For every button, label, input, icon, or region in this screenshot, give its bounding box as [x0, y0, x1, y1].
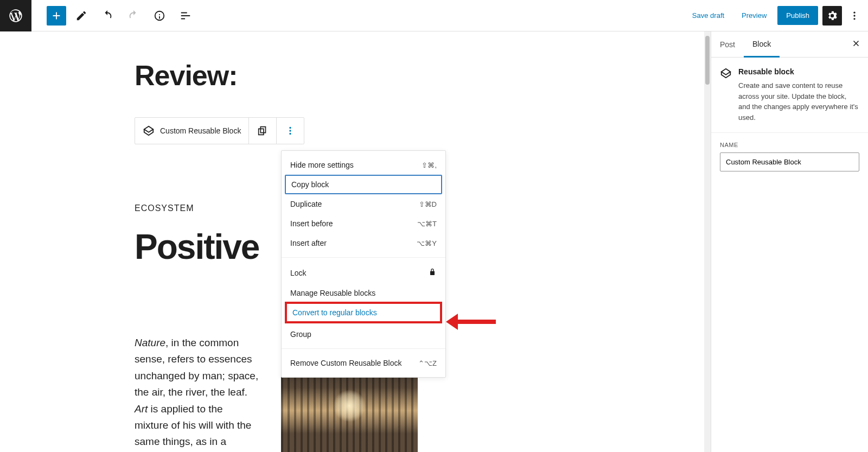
- undo-button[interactable]: [97, 6, 118, 26]
- info-icon: [154, 10, 165, 22]
- undo-icon: [101, 10, 113, 22]
- sidebar-block-description: Create and save content to reuse across …: [738, 80, 859, 123]
- post-title-peek: Review:: [135, 61, 704, 90]
- lock-icon: [428, 268, 437, 278]
- arrow-head-icon: [446, 314, 458, 330]
- menu-label: Manage Reusable blocks: [290, 289, 375, 297]
- more-options-button[interactable]: [846, 6, 863, 26]
- close-icon: [851, 39, 861, 48]
- menu-label: Remove Custom Reusable Block: [290, 359, 401, 367]
- menu-label: Insert after: [290, 239, 327, 247]
- menu-copy-block[interactable]: Copy block: [285, 175, 442, 194]
- svg-point-3: [290, 127, 291, 129]
- block-toolbar-label: Custom Reusable Block: [160, 126, 241, 135]
- menu-shortcut: ⌥⌘Y: [417, 239, 437, 247]
- menu-shortcut: ⇧⌘D: [419, 200, 437, 208]
- edit-tool-button[interactable]: [71, 6, 92, 26]
- menu-insert-after[interactable]: Insert after ⌥⌘Y: [282, 233, 445, 253]
- menu-convert-regular[interactable]: Convert to regular blocks: [285, 302, 442, 323]
- sidebar-block-info: Reusable block Create and save content t…: [711, 58, 868, 133]
- sidebar-block-title: Reusable block: [738, 67, 859, 76]
- main-layout: Review: ECOSYSTEM Positive Nature, in th…: [0, 31, 868, 452]
- tab-post[interactable]: Post: [711, 31, 744, 57]
- block-toolbar: Custom Reusable Block: [135, 117, 304, 144]
- svg-point-0: [853, 11, 855, 13]
- editor-canvas: Review: ECOSYSTEM Positive Nature, in th…: [0, 31, 711, 452]
- editor-topbar: Save draft Preview Publish: [0, 0, 868, 31]
- arrow-shaft: [457, 320, 496, 324]
- copy-icon: [257, 125, 269, 137]
- menu-shortcut: ⌥⌘T: [417, 220, 437, 228]
- reusable-block-icon: [720, 67, 732, 79]
- menu-label: Hide more settings: [290, 161, 354, 169]
- menu-duplicate[interactable]: Duplicate ⇧⌘D: [282, 194, 445, 214]
- menu-section-1: Hide more settings ⇧⌘, Copy block Duplic…: [282, 151, 445, 258]
- menu-group[interactable]: Group: [282, 324, 445, 344]
- menu-label: Duplicate: [290, 200, 322, 208]
- scrollbar-thumb[interactable]: [705, 36, 710, 85]
- menu-section-2: Lock Manage Reusable blocks Convert to r…: [282, 258, 445, 349]
- add-block-button[interactable]: [47, 6, 66, 26]
- details-button[interactable]: [149, 6, 170, 26]
- menu-shortcut: ⇧⌘,: [422, 161, 437, 169]
- menu-label: Copy block: [291, 180, 329, 189]
- block-copy-segment[interactable]: [249, 118, 277, 144]
- kebab-icon: [849, 10, 860, 21]
- svg-point-5: [290, 133, 291, 135]
- svg-point-2: [853, 18, 855, 20]
- menu-remove-block[interactable]: Remove Custom Reusable Block ⌃⌥Z: [282, 353, 445, 373]
- editor-scrollbar[interactable]: [704, 31, 711, 452]
- topbar-left: [0, 0, 196, 31]
- kebab-icon: [284, 125, 296, 137]
- sidebar-tabs: Post Block: [711, 31, 868, 58]
- wordpress-icon: [8, 8, 23, 23]
- menu-label: Group: [290, 330, 311, 339]
- menu-section-3: Remove Custom Reusable Block ⌃⌥Z: [282, 349, 445, 377]
- redo-icon: [127, 10, 139, 22]
- block-options-menu: Hide more settings ⇧⌘, Copy block Duplic…: [281, 150, 446, 378]
- settings-button[interactable]: [822, 6, 842, 26]
- pencil-icon: [75, 10, 87, 22]
- plus-icon: [50, 10, 62, 22]
- body-paragraph: Nature, in the common sense, refers to e…: [135, 335, 259, 452]
- svg-point-1: [853, 15, 855, 16]
- block-more-button[interactable]: [277, 118, 304, 144]
- name-input[interactable]: [720, 152, 859, 171]
- menu-hide-more-settings[interactable]: Hide more settings ⇧⌘,: [282, 155, 445, 175]
- redo-button[interactable]: [123, 6, 144, 26]
- menu-shortcut: ⌃⌥Z: [418, 359, 437, 367]
- block-type-segment[interactable]: Custom Reusable Block: [135, 118, 249, 144]
- topbar-right: Save draft Preview Publish: [686, 6, 863, 26]
- menu-label: Convert to regular blocks: [292, 308, 377, 317]
- menu-insert-before[interactable]: Insert before ⌥⌘T: [282, 214, 445, 233]
- gear-icon: [826, 10, 838, 22]
- name-label: NAME: [720, 142, 859, 148]
- annotation-arrow: [446, 310, 500, 332]
- menu-label: Lock: [290, 269, 307, 277]
- menu-lock[interactable]: Lock: [282, 262, 445, 283]
- menu-label: Insert before: [290, 219, 333, 228]
- wordpress-logo[interactable]: [0, 0, 31, 31]
- publish-button[interactable]: Publish: [777, 6, 818, 25]
- close-sidebar-button[interactable]: [848, 37, 864, 52]
- list-view-icon: [180, 10, 192, 22]
- save-draft-button[interactable]: Save draft: [686, 7, 731, 24]
- settings-sidebar: Post Block Reusable block Create and sav…: [711, 31, 868, 452]
- reusable-block-icon: [143, 125, 155, 137]
- list-view-button[interactable]: [175, 6, 196, 26]
- tab-block[interactable]: Block: [744, 32, 780, 58]
- svg-point-4: [290, 130, 291, 131]
- sidebar-name-field: NAME: [711, 133, 868, 180]
- preview-button[interactable]: Preview: [735, 7, 773, 24]
- editor-scroll-area[interactable]: Review: ECOSYSTEM Positive Nature, in th…: [0, 31, 704, 452]
- menu-manage-reusable[interactable]: Manage Reusable blocks: [282, 283, 445, 303]
